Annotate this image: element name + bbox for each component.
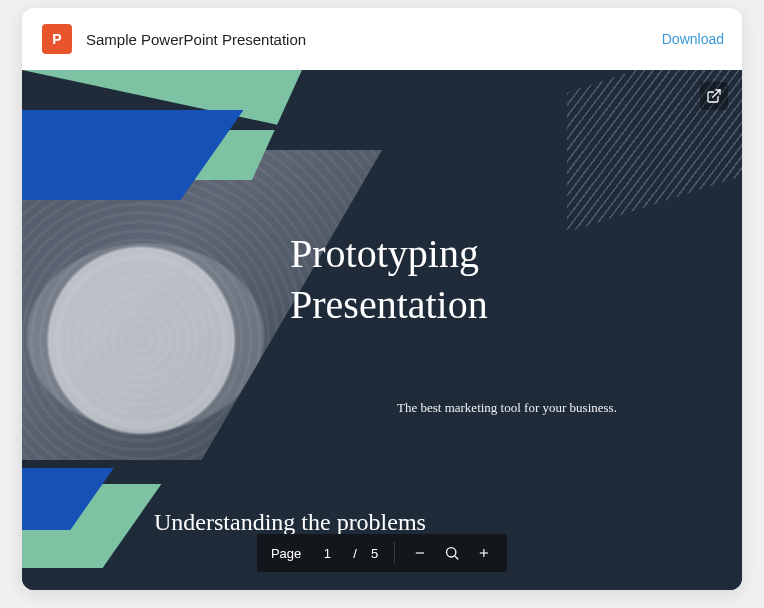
slide-1: Prototyping Presentation The best market…: [22, 70, 742, 460]
download-link[interactable]: Download: [662, 31, 724, 47]
open-external-button[interactable]: [700, 82, 728, 110]
slide-viewer: Prototyping Presentation The best market…: [22, 70, 742, 590]
header-bar: P Sample PowerPoint Presentation Downloa…: [22, 8, 742, 70]
plus-icon: [477, 546, 491, 560]
external-link-icon: [706, 88, 722, 104]
powerpoint-icon: P: [40, 22, 74, 56]
app-icon-letter: P: [52, 31, 61, 47]
zoom-in-button[interactable]: [475, 544, 493, 562]
minus-icon: [413, 546, 427, 560]
slide-title-line2: Presentation: [290, 282, 488, 327]
page-input[interactable]: [315, 546, 339, 561]
divider: [394, 542, 395, 564]
svg-line-0: [713, 90, 720, 97]
slide2-title: Understanding the problems: [154, 509, 426, 536]
document-viewer-card: P Sample PowerPoint Presentation Downloa…: [22, 8, 742, 590]
zoom-out-button[interactable]: [411, 544, 429, 562]
page-label: Page: [271, 546, 301, 561]
page-separator: /: [353, 546, 357, 561]
svg-line-3: [455, 556, 458, 559]
slide-subtitle: The best marketing tool for your busines…: [397, 400, 617, 416]
document-title: Sample PowerPoint Presentation: [86, 31, 650, 48]
zoom-reset-button[interactable]: [443, 544, 461, 562]
slide-title-line1: Prototyping: [290, 231, 479, 276]
slide-title: Prototyping Presentation: [290, 228, 488, 330]
page-total: 5: [371, 546, 378, 561]
svg-point-2: [447, 548, 456, 557]
magnifier-icon: [444, 545, 460, 561]
pager-toolbar: Page / 5: [257, 534, 507, 572]
